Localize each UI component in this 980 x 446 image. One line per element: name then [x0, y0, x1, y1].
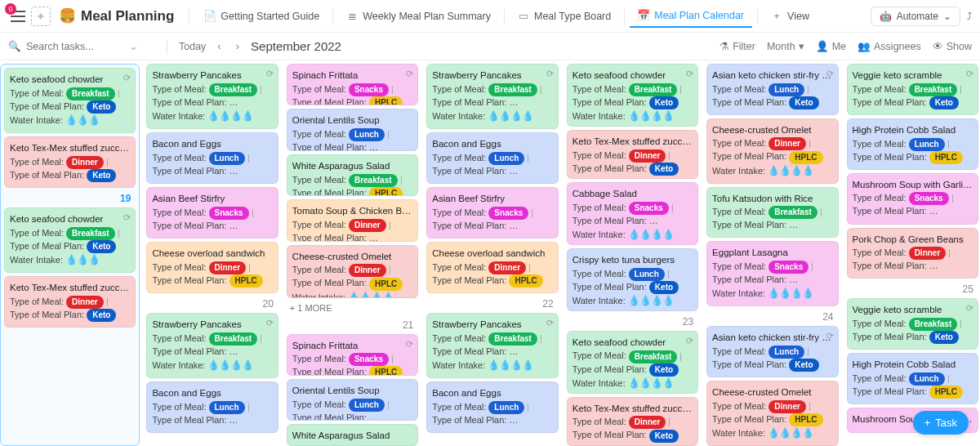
meal-tag: Snacks	[349, 353, 389, 366]
app-header: 0 ✦ 🍔 Meal Planning 📄Getting Started Gui…	[0, 0, 980, 33]
meal-card[interactable]: Keto Tex-Mex stuffed zucchini boatsType …	[567, 397, 698, 446]
meal-card[interactable]: Oriental Lentils SoupType of Meal: Lunch…	[287, 379, 418, 421]
plan-tag: Keto	[789, 96, 818, 109]
meal-card[interactable]: Bacon and EggsType of Meal: LunchType of…	[426, 132, 558, 184]
search-input-wrap[interactable]: 🔍 ⌄	[8, 40, 155, 52]
meal-card[interactable]: ⟳Keto seafood chowderType of Meal: Break…	[567, 331, 698, 394]
meal-card[interactable]: ⟳Strawberry PancakesType of Meal: Breakf…	[426, 64, 558, 129]
card-title: Veggie keto scramble	[853, 69, 973, 83]
people-icon: 👥	[858, 40, 871, 52]
me-filter[interactable]: 👤Me	[816, 40, 846, 52]
meal-card[interactable]: ⟳Veggie keto scrambleType of Meal: Break…	[847, 64, 978, 115]
plan-tag: HPLC	[929, 386, 963, 399]
calendar-column: ⟳Keto seafood chowderType of Meal: Break…	[0, 64, 140, 446]
meal-card[interactable]: Cabbage SaladType of Meal: SnacksType of…	[567, 182, 698, 245]
card-title: Asian Beef Stirfry	[152, 192, 272, 206]
card-title: White Asparagus Salad	[292, 159, 412, 173]
meal-card[interactable]: Mushroom Soup with Garlic BreadType of M…	[847, 173, 978, 225]
meal-card[interactable]: ⟳Spinach FrittataType of Meal: SnacksTyp…	[287, 64, 418, 105]
meal-card[interactable]: ⟳Keto seafood chowderType of Meal: Break…	[567, 64, 698, 127]
plan-tag: Keto	[87, 169, 116, 182]
meal-tag: Breakfast	[909, 83, 958, 96]
meal-card[interactable]: Bacon and EggsType of Meal: LunchType of…	[426, 381, 558, 433]
meal-card[interactable]: ⟳Spinach FrittataType of Meal: SnacksTyp…	[287, 334, 418, 376]
card-title: High Protein Cobb Salad	[853, 358, 973, 372]
water-drops-icon: 💧💧💧💧	[768, 427, 813, 439]
meal-card[interactable]: Cheese-crusted OmeletType of Meal: Dinne…	[706, 118, 838, 184]
meal-card[interactable]: Cheese overload sandwichType of Meal: Di…	[146, 242, 278, 293]
water-drops-icon: 💧💧💧💧	[628, 229, 674, 240]
meal-card[interactable]: Bacon and EggsType of Meal: LunchType of…	[146, 132, 278, 184]
prev-arrow[interactable]: ‹	[214, 38, 224, 54]
meal-card[interactable]: White Asparagus SaladType of Meal: Break…	[287, 154, 418, 196]
tab-view[interactable]: +View	[763, 6, 817, 27]
notification-badge: 0	[5, 3, 16, 15]
meal-card[interactable]: Bacon and EggsType of Meal: LunchType of…	[146, 381, 278, 433]
month-select[interactable]: Month▾	[767, 40, 804, 52]
new-task-fab[interactable]: + Task	[913, 411, 969, 435]
tab-meal-type-board[interactable]: ▭Meal Type Board	[510, 6, 619, 27]
meal-card[interactable]: ⟳Keto seafood chowderType of Meal: Break…	[4, 207, 136, 273]
show-button[interactable]: 👁Show	[933, 41, 972, 52]
automate-button[interactable]: 🤖 Automate ⌄	[871, 7, 960, 26]
meal-tag: Dinner	[349, 219, 386, 232]
sync-icon: ⟳	[406, 338, 413, 351]
meal-card[interactable]: Pork Chop & Green BeansType of Meal: Din…	[847, 228, 978, 279]
meal-card[interactable]: Cheese-crusted OmeletType of Meal: Dinne…	[706, 381, 838, 446]
meal-card[interactable]: Tomato Soup & Chicken BarbecueType of Me…	[287, 199, 418, 241]
card-title: Tofu Katsudon with Rice	[712, 192, 832, 206]
meal-card[interactable]: High Protein Cobb SaladType of Meal: Lun…	[847, 353, 978, 404]
sync-icon: ⟳	[966, 68, 973, 81]
meal-card[interactable]: ⟳Strawberry PancakesType of Meal: Breakf…	[426, 313, 558, 378]
plan-tag: HPLC	[369, 96, 403, 106]
chevron-down-icon[interactable]: ⌄	[129, 40, 138, 52]
meal-card[interactable]: Keto Tex-Mex stuffed zucchini boatsType …	[4, 276, 136, 328]
meal-tag: Breakfast	[209, 332, 258, 346]
meal-card[interactable]: Keto Tex-Mex stuffed zucchini boatsType …	[4, 136, 136, 188]
tab-meal-plan-calendar[interactable]: 📅Meal Plan Calendar	[630, 5, 752, 28]
card-title: High Protein Cobb Salad	[853, 123, 973, 137]
meal-card[interactable]: Asian Beef StirfryType of Meal: SnacksTy…	[146, 187, 278, 239]
search-input[interactable]	[26, 41, 124, 52]
today-button[interactable]: Today	[179, 41, 206, 52]
card-title: Keto Tex-Mex stuffed zucchini boats	[572, 135, 693, 149]
meal-card[interactable]: Cheese overload sandwichType of Meal: Di…	[426, 242, 558, 293]
meal-card[interactable]: Tofu Katsudon with RiceType of Meal: Bre…	[706, 187, 838, 239]
filter-button[interactable]: ⚗Filter	[719, 40, 755, 52]
meal-card[interactable]: White Asparagus Salad	[287, 424, 418, 446]
meal-card[interactable]: Keto Tex-Mex stuffed zucchini boatsType …	[567, 130, 698, 179]
meal-card[interactable]: ⟳Asian keto chicken stir-fry with brocco…	[706, 64, 838, 115]
menu-button[interactable]: 0	[8, 7, 28, 26]
water-drops-icon: 💧💧💧💧	[628, 295, 674, 306]
card-title: Spinach Frittata	[292, 339, 412, 353]
water-drops-icon: 💧💧💧💧	[488, 359, 533, 371]
card-title: Strawberry Pancakes	[152, 69, 272, 83]
share-icon[interactable]: ⤴	[967, 11, 972, 22]
app-emoji: 🍔	[59, 7, 76, 25]
meal-card[interactable]: Cheese-crusted OmeletType of Meal: Dinne…	[287, 245, 418, 298]
card-title: Oriental Lentils Soup	[292, 384, 412, 398]
assignees-filter[interactable]: 👥Assignees	[858, 40, 921, 52]
meal-card[interactable]: ⟳Asian keto chicken stir-fry with brocco…	[706, 326, 838, 377]
card-title: Strawberry Pancakes	[432, 69, 552, 83]
water-drops-icon: 💧💧💧💧	[628, 377, 674, 389]
next-arrow[interactable]: ›	[233, 38, 243, 54]
meal-card[interactable]: ⟳Veggie keto scrambleType of Meal: Break…	[847, 298, 978, 350]
meal-card[interactable]: Eggplant LasagnaType of Meal: SnacksType…	[706, 241, 838, 306]
sync-icon: ⟳	[966, 302, 973, 315]
meal-card[interactable]: Crispy keto tuna burgersType of Meal: Lu…	[567, 248, 698, 311]
meal-card[interactable]: ⟳Strawberry PancakesType of Meal: Breakf…	[146, 64, 278, 129]
meal-card[interactable]: ⟳Keto seafood chowderType of Meal: Break…	[4, 68, 136, 133]
plan-tag: Keto	[87, 240, 116, 253]
water-drops-icon: 💧💧💧	[65, 114, 100, 126]
eye-icon: 👁	[933, 41, 943, 52]
tab-getting-started-guide[interactable]: 📄Getting Started Guide	[196, 6, 327, 27]
meal-card[interactable]: ⟳Strawberry PancakesType of Meal: Breakf…	[146, 313, 278, 378]
card-title: White Asparagus Salad	[292, 429, 412, 443]
meal-card[interactable]: High Protein Cobb SaladType of Meal: Lun…	[847, 118, 978, 170]
meal-card[interactable]: Oriental Lentils SoupType of Meal: Lunch…	[287, 109, 418, 150]
meal-card[interactable]: Asian Beef StirfryType of Meal: SnacksTy…	[426, 187, 558, 239]
plan-tag: Plant b...	[649, 215, 693, 228]
tab-weekly-meal-plan-summary[interactable]: ≣Weekly Meal Plan Summary	[338, 6, 499, 27]
more-link[interactable]: + 1 MORE	[287, 301, 418, 314]
